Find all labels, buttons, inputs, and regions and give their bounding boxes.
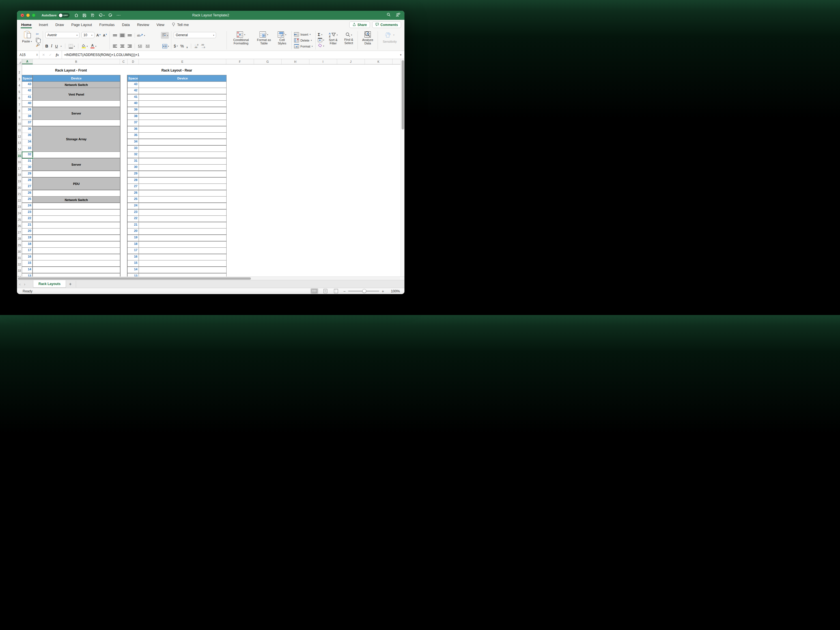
rear-device-header[interactable]: Device [139, 75, 226, 82]
row-header-13[interactable]: 13 [17, 139, 22, 145]
accounting-format-button[interactable]: $▾ [174, 44, 178, 48]
device-cell[interactable]: Network Switch [33, 197, 120, 203]
space-cell[interactable]: 33 [128, 145, 139, 152]
space-cell[interactable]: 39 [128, 107, 139, 114]
space-cell[interactable]: 34 [22, 139, 33, 145]
zoom-in-button[interactable]: + [382, 289, 384, 293]
space-cell[interactable]: 28 [128, 178, 139, 184]
row-header-21[interactable]: 21 [17, 190, 22, 197]
number-format-select[interactable]: General▾ [174, 32, 216, 38]
formula-text[interactable]: =INDIRECT(ADDRESS(ROW()+1,COLUMN()))+1 [64, 53, 139, 57]
tell-me[interactable]: Tell me [172, 22, 189, 27]
selection-fill-handle[interactable] [32, 158, 34, 159]
space-cell[interactable]: 27 [22, 184, 33, 190]
find-select-button[interactable]: ▾ Find & Select [342, 32, 355, 48]
space-cell[interactable]: 22 [22, 216, 33, 222]
sort-filter-button[interactable]: AZ ▾ Sort & Filter [326, 32, 340, 48]
space-cell[interactable]: 19 [128, 235, 139, 242]
space-cell[interactable]: 29 [22, 171, 33, 178]
row-header-4[interactable]: 4 [17, 82, 22, 88]
select-all-corner[interactable] [17, 59, 22, 64]
row-header-3[interactable]: 3 [17, 75, 22, 82]
align-middle-button[interactable] [119, 33, 125, 38]
name-box-stepper[interactable]: ▲▼ [35, 54, 39, 57]
space-cell[interactable]: 19 [22, 235, 33, 242]
align-center-button[interactable] [119, 44, 125, 48]
space-cell[interactable]: 25 [128, 197, 139, 203]
menu-tab-view[interactable]: View [156, 21, 164, 28]
home-icon[interactable] [74, 13, 79, 17]
underline-button[interactable]: U [55, 44, 58, 48]
zoom-slider[interactable] [348, 291, 379, 292]
row-header-23[interactable]: 23 [17, 203, 22, 210]
row-header-32[interactable]: 32 [17, 261, 22, 267]
name-box[interactable]: A15 [17, 53, 35, 57]
decrease-indent-button[interactable] [137, 44, 143, 49]
analyze-data-button[interactable]: Analyze Data [360, 32, 376, 49]
space-cell[interactable]: 42 [22, 88, 33, 95]
space-cell[interactable]: 13 [22, 273, 33, 277]
row-header-24[interactable]: 24 [17, 210, 22, 216]
row-header-11[interactable]: 11 [17, 126, 22, 133]
space-cell[interactable]: 35 [128, 133, 139, 139]
font-color-button[interactable]: A ▾ [90, 44, 96, 48]
cut-button[interactable]: ✂ [36, 32, 41, 36]
space-cell[interactable]: 24 [22, 203, 33, 210]
row-header-8[interactable]: 8 [17, 107, 22, 114]
copy-button[interactable]: ▾ [36, 38, 41, 41]
wrap-text-button[interactable]: ▾ [161, 32, 169, 39]
row-header-22[interactable]: 22 [17, 197, 22, 203]
share-button[interactable]: Share [349, 22, 370, 28]
row-header-6[interactable]: 6 [17, 95, 22, 101]
space-cell[interactable]: 38 [128, 114, 139, 120]
space-cell[interactable]: 14 [128, 267, 139, 273]
align-right-button[interactable] [127, 44, 133, 48]
space-cell[interactable]: 24 [128, 203, 139, 210]
format-cells-button[interactable]: Format▾ [294, 44, 313, 48]
bold-button[interactable]: B [45, 44, 48, 48]
merge-center-button[interactable]: ▾ [163, 44, 169, 48]
redo-icon[interactable] [108, 13, 113, 17]
space-cell[interactable]: 41 [128, 95, 139, 101]
add-sheet-button[interactable]: + [69, 280, 71, 288]
selected-cell[interactable] [22, 152, 33, 159]
column-header-H[interactable]: H [282, 59, 309, 64]
space-cell[interactable]: 41 [22, 95, 33, 101]
conditional-formatting-button[interactable]: ▾ Conditional Formatting [229, 32, 253, 49]
row-header-31[interactable]: 31 [17, 254, 22, 261]
front-device-header[interactable]: Device [33, 75, 120, 82]
minimize-button[interactable] [26, 14, 30, 17]
increase-decimal-button[interactable]: ←.0.00 [194, 44, 199, 49]
space-cell[interactable]: 43 [128, 82, 139, 88]
page-layout-view-button[interactable] [322, 288, 328, 294]
orientation-button[interactable]: ab ▾ [137, 34, 145, 37]
increase-font-icon[interactable]: A▲ [96, 33, 101, 37]
column-header-I[interactable]: I [309, 59, 337, 64]
zoom-out-button[interactable]: − [343, 289, 346, 293]
space-cell[interactable]: 39 [22, 107, 33, 114]
row-header-20[interactable]: 20 [17, 184, 22, 190]
space-cell[interactable]: 15 [128, 261, 139, 267]
row-header-30[interactable]: 30 [17, 248, 22, 254]
space-cell[interactable]: 21 [22, 222, 33, 229]
front-space-header[interactable]: Space [22, 75, 33, 82]
horizontal-scrollbar-thumb[interactable] [18, 277, 251, 279]
decrease-decimal-button[interactable]: .00→.0 [201, 44, 205, 49]
space-cell[interactable]: 16 [128, 254, 139, 261]
space-cell[interactable]: 17 [128, 248, 139, 254]
align-bottom-button[interactable] [127, 34, 133, 37]
space-cell[interactable]: 17 [22, 248, 33, 254]
column-header-G[interactable]: G [254, 59, 282, 64]
space-cell[interactable]: 14 [22, 267, 33, 273]
space-cell[interactable]: 37 [128, 120, 139, 126]
row-header-26[interactable]: 26 [17, 222, 22, 229]
profile-icon[interactable] [395, 13, 401, 18]
undo-dropdown-icon[interactable]: ▾ [104, 14, 105, 16]
space-cell[interactable]: 18 [128, 242, 139, 248]
row-header-17[interactable]: 17 [17, 164, 22, 171]
row-header-33[interactable]: 33 [17, 267, 22, 273]
font-size-select[interactable]: 10▾ [81, 32, 95, 38]
space-cell[interactable]: 18 [22, 242, 33, 248]
space-cell[interactable]: 36 [22, 126, 33, 133]
device-cell[interactable]: Server [33, 158, 120, 171]
